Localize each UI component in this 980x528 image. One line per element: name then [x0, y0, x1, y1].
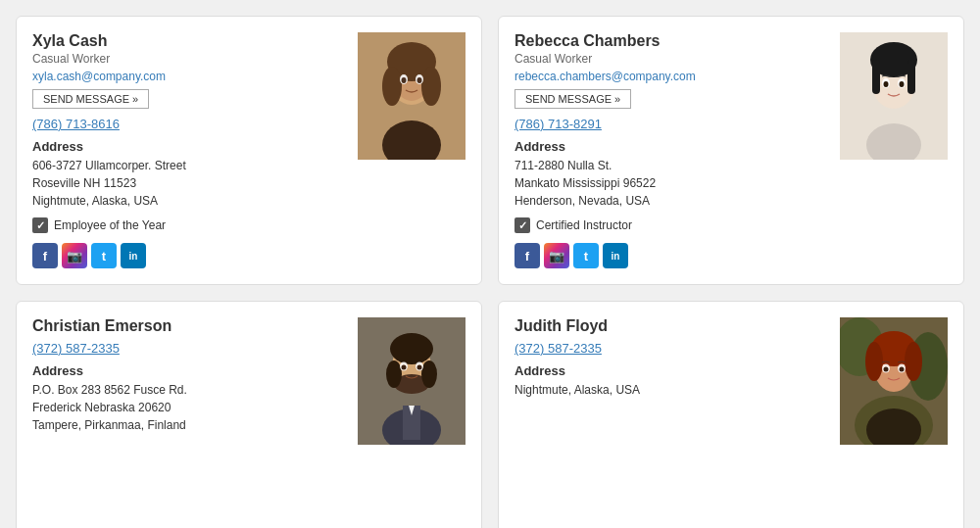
badge-checkbox: [32, 217, 48, 233]
badge-row: Employee of the Year: [32, 217, 346, 233]
employee-photo: [358, 32, 466, 160]
badge-row: Certified Instructor: [514, 217, 828, 233]
facebook-icon[interactable]: f: [514, 243, 540, 268]
employee-email[interactable]: xyla.cash@company.com: [32, 70, 346, 83]
employee-phone[interactable]: (372) 587-2335: [514, 341, 828, 356]
employee-name: Xyla Cash: [32, 32, 346, 50]
twitter-icon[interactable]: t: [91, 243, 117, 268]
svg-point-19: [884, 81, 889, 87]
card-christian: Christian Emerson (372) 587-2335 Address…: [16, 301, 482, 528]
svg-rect-14: [872, 60, 880, 94]
svg-point-26: [421, 360, 437, 388]
instagram-icon[interactable]: 📷: [544, 243, 569, 268]
address-label: Address: [514, 363, 828, 378]
badge-checkbox: [514, 217, 530, 233]
address-label: Address: [514, 139, 828, 154]
svg-point-20: [900, 81, 905, 87]
svg-point-25: [386, 360, 402, 388]
card-rebecca: Rebecca Chambers Casual Worker rebecca.c…: [498, 16, 964, 285]
employee-role: Casual Worker: [32, 52, 346, 66]
svg-point-4: [382, 67, 402, 106]
address-lines: 606-3727 Ullamcorper. Street Roseville N…: [32, 157, 346, 210]
address-lines: 711-2880 Nulla St. Mankato Mississippi 9…: [514, 157, 828, 210]
send-message-button[interactable]: SEND MESSAGE »: [514, 89, 631, 109]
send-message-button[interactable]: SEND MESSAGE »: [32, 89, 149, 109]
svg-point-41: [905, 342, 922, 381]
address-lines: Nightmute, Alaska, USA: [514, 381, 828, 399]
badge-label: Employee of the Year: [54, 218, 166, 232]
svg-point-33: [417, 365, 422, 370]
employee-photo: [840, 32, 948, 160]
svg-point-46: [900, 367, 905, 372]
svg-point-10: [417, 77, 422, 83]
badge-label: Certified Instructor: [536, 218, 632, 232]
employee-photo: [840, 317, 948, 445]
social-icons: f 📷 t in: [32, 243, 346, 268]
employee-phone[interactable]: (786) 713-8291: [514, 117, 828, 131]
facebook-icon[interactable]: f: [32, 243, 58, 268]
svg-point-23: [390, 333, 433, 364]
address-label: Address: [32, 139, 346, 154]
twitter-icon[interactable]: t: [573, 243, 599, 268]
employee-name: Rebecca Chambers: [514, 32, 828, 50]
svg-point-45: [884, 367, 889, 372]
employee-grid: Xyla Cash Casual Worker xyla.cash@compan…: [0, 0, 980, 528]
employee-role: Casual Worker: [514, 52, 828, 66]
employee-phone[interactable]: (372) 587-2335: [32, 341, 346, 356]
svg-point-5: [421, 67, 441, 106]
linkedin-icon[interactable]: in: [121, 243, 146, 268]
svg-point-32: [402, 365, 407, 370]
card-judith: Judith Floyd (372) 587-2335 Address Nigh…: [498, 301, 964, 528]
svg-rect-15: [907, 60, 915, 94]
card-xyla: Xyla Cash Casual Worker xyla.cash@compan…: [16, 16, 482, 285]
employee-name: Judith Floyd: [514, 317, 828, 335]
svg-point-40: [865, 342, 883, 381]
address-label: Address: [32, 363, 346, 378]
svg-point-9: [402, 77, 407, 83]
social-icons: f 📷 t in: [514, 243, 828, 268]
linkedin-icon[interactable]: in: [603, 243, 628, 268]
address-lines: P.O. Box 283 8562 Fusce Rd. Frederick Ne…: [32, 381, 346, 434]
employee-photo: [358, 317, 466, 445]
employee-phone[interactable]: (786) 713-8616: [32, 117, 346, 131]
employee-name: Christian Emerson: [32, 317, 346, 335]
instagram-icon[interactable]: 📷: [62, 243, 87, 268]
employee-email[interactable]: rebecca.chambers@company.com: [514, 70, 828, 83]
